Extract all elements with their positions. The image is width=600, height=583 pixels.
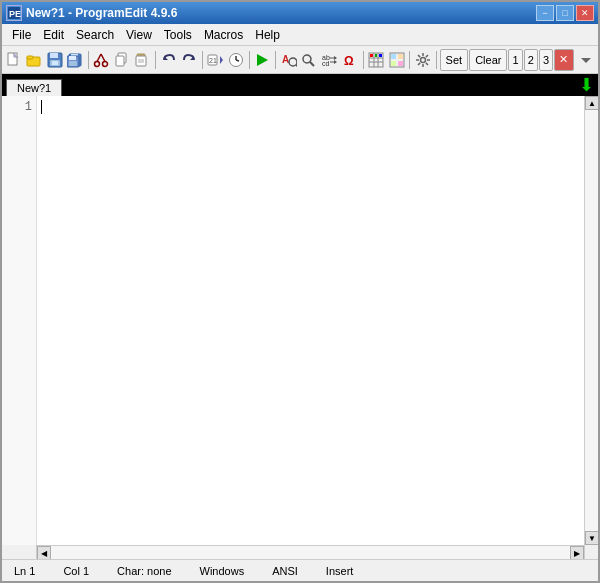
svg-text:cd: cd (322, 60, 330, 67)
vertical-scrollbar[interactable]: ▲ ▼ (584, 96, 598, 545)
undo-button[interactable] (159, 49, 178, 71)
toolbar: 21 A (2, 46, 598, 74)
svg-rect-53 (379, 54, 382, 57)
status-mode: Insert (322, 565, 358, 577)
status-bar: Ln 1 Col 1 Char: none Windows ANSI Inser… (2, 559, 598, 581)
run-button[interactable] (252, 49, 271, 71)
tab-bar-right: ⬇ (579, 74, 598, 96)
separator-3 (202, 51, 203, 69)
save-button[interactable] (45, 49, 64, 71)
svg-line-38 (310, 62, 314, 66)
maximize-button[interactable]: □ (556, 5, 574, 21)
goto-line-button[interactable]: 21 (206, 49, 225, 71)
paste-button[interactable] (133, 49, 152, 71)
save-all-button[interactable] (65, 49, 84, 71)
line-numbers-panel: 1 (2, 96, 37, 545)
scroll-track-v[interactable] (585, 110, 598, 531)
minimize-button[interactable]: − (536, 5, 554, 21)
clock-button[interactable] (226, 49, 245, 71)
menu-edit[interactable]: Edit (37, 26, 70, 44)
horizontal-scrollbar[interactable]: ◀ ▶ (37, 545, 584, 559)
status-encoding: ANSI (268, 565, 302, 577)
status-col: Col 1 (59, 565, 93, 577)
line-number-1: 1 (6, 100, 32, 114)
menu-macros[interactable]: Macros (198, 26, 249, 44)
svg-point-15 (95, 61, 100, 66)
separator-1 (88, 51, 89, 69)
svg-rect-58 (398, 61, 403, 66)
separator-4 (249, 51, 250, 69)
scroll-right-button[interactable]: ▶ (570, 546, 584, 560)
menu-file[interactable]: File (6, 26, 37, 44)
app-icon: PE (6, 5, 22, 21)
menu-help[interactable]: Help (249, 26, 286, 44)
copy-button[interactable] (112, 49, 131, 71)
svg-marker-43 (334, 56, 337, 60)
main-window: PE New?1 - ProgramEdit 4.9.6 − □ ✕ File … (0, 0, 600, 583)
svg-point-37 (303, 55, 311, 63)
svg-marker-33 (257, 54, 268, 66)
scroll-down-button[interactable]: ▼ (585, 531, 598, 545)
svg-rect-55 (391, 54, 396, 59)
settings-button[interactable] (413, 49, 432, 71)
toolbar-close-button[interactable]: ✕ (554, 49, 573, 71)
corner-spacer (2, 545, 37, 559)
svg-text:A: A (282, 54, 289, 65)
scroll-track-h[interactable] (51, 546, 570, 559)
svg-marker-44 (334, 60, 337, 64)
expand-toolbar-button[interactable] (577, 49, 596, 71)
status-os: Windows (196, 565, 249, 577)
svg-point-16 (103, 61, 108, 66)
grid1-button[interactable] (367, 49, 386, 71)
set-button[interactable]: Set (440, 49, 469, 71)
menu-view[interactable]: View (120, 26, 158, 44)
reg-tool-button[interactable]: Ω (340, 49, 359, 71)
tab-bar: New?1 ⬇ (2, 74, 598, 96)
svg-text:Ω: Ω (344, 54, 354, 68)
tab-new1[interactable]: New?1 (6, 79, 62, 96)
svg-text:21: 21 (209, 57, 217, 64)
num2-button[interactable]: 2 (524, 49, 538, 71)
clear-button[interactable]: Clear (469, 49, 507, 71)
svg-rect-9 (52, 61, 58, 65)
new-button[interactable] (4, 49, 23, 71)
svg-rect-14 (69, 61, 77, 66)
separator-2 (155, 51, 156, 69)
svg-rect-51 (370, 54, 373, 57)
svg-rect-52 (375, 54, 377, 57)
svg-text:PE: PE (9, 9, 21, 19)
svg-line-18 (101, 54, 105, 62)
open-button[interactable] (24, 49, 43, 71)
menu-tools[interactable]: Tools (158, 26, 198, 44)
separator-5 (275, 51, 276, 69)
cursor (41, 100, 42, 114)
svg-rect-22 (136, 56, 146, 66)
replace-button[interactable]: ab cd (320, 49, 339, 71)
menu-search[interactable]: Search (70, 26, 120, 44)
title-bar-left: PE New?1 - ProgramEdit 4.9.6 (6, 5, 177, 21)
svg-marker-60 (581, 58, 591, 63)
scroll-left-button[interactable]: ◀ (37, 546, 51, 560)
svg-line-36 (296, 65, 297, 67)
svg-point-59 (421, 57, 426, 62)
cut-button[interactable] (92, 49, 111, 71)
num3-button[interactable]: 3 (539, 49, 553, 71)
main-editor-area: 1 ▲ ▼ (2, 96, 598, 545)
grid2-button[interactable] (387, 49, 406, 71)
num1-button[interactable]: 1 (508, 49, 522, 71)
svg-marker-29 (220, 56, 223, 64)
close-button[interactable]: ✕ (576, 5, 594, 21)
redo-button[interactable] (179, 49, 198, 71)
download-arrow-icon[interactable]: ⬇ (579, 74, 594, 96)
search-a-button[interactable]: A (279, 49, 298, 71)
separator-6 (363, 51, 364, 69)
editor-content[interactable] (37, 96, 584, 545)
separator-8 (436, 51, 437, 69)
find-button[interactable] (299, 49, 318, 71)
separator-7 (409, 51, 410, 69)
status-line: Ln 1 (10, 565, 39, 577)
svg-line-32 (236, 60, 239, 61)
scroll-up-button[interactable]: ▲ (585, 96, 598, 110)
svg-rect-7 (50, 53, 58, 58)
svg-rect-13 (69, 56, 76, 60)
